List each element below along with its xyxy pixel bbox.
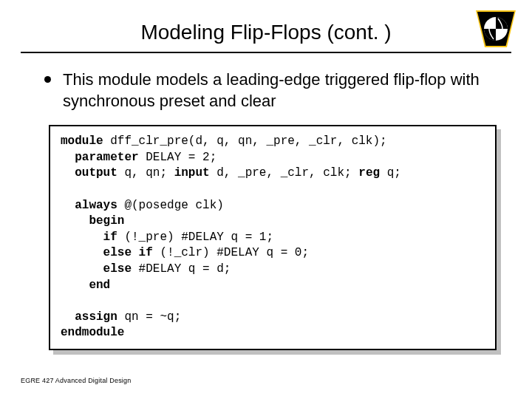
code-text: (!_clr) #DELAY q = 0; (153, 246, 309, 259)
kw-input: input (174, 166, 210, 180)
kw-else: else (61, 262, 132, 276)
code-text: dff_clr_pre(d, q, qn, _pre, _clr, clk); (103, 134, 387, 148)
code-text: DELAY = 2; (139, 151, 217, 164)
slide-body: This module models a leading-edge trigge… (21, 53, 511, 350)
code-text: (!_pre) #DELAY q = 1; (117, 231, 273, 244)
footer-text: EGRE 427 Advanced Digital Design (21, 377, 131, 384)
kw-assign: assign (61, 310, 117, 324)
kw-else-if: else if (61, 246, 153, 259)
code-text: @(posedge clk) (117, 199, 224, 212)
bullet-dot-icon (44, 76, 51, 83)
kw-end: end (61, 279, 110, 292)
kw-begin: begin (61, 214, 124, 228)
kw-reg: reg (358, 166, 380, 180)
slide: Modeling Flip-Flops (cont. ) This module… (0, 0, 532, 399)
bullet-item: This module models a leading-edge trigge… (44, 69, 498, 112)
slide-title: Modeling Flip-Flops (cont. ) (140, 21, 391, 44)
kw-output: output (61, 166, 117, 180)
bullet-text: This module models a leading-edge trigge… (63, 69, 498, 112)
code-text: q; (380, 166, 401, 180)
title-row: Modeling Flip-Flops (cont. ) (21, 12, 511, 53)
code-block: module dff_clr_pre(d, q, qn, _pre, _clr,… (49, 125, 497, 350)
code-text: qn = ~q; (117, 310, 181, 324)
kw-module: module (61, 134, 103, 148)
kw-endmodule: endmodule (61, 326, 124, 339)
vt-logo-icon (476, 10, 516, 47)
kw-if: if (61, 231, 117, 244)
code-text: q, qn; (117, 166, 174, 180)
code-text: #DELAY q = d; (132, 262, 231, 276)
kw-parameter: parameter (61, 151, 139, 164)
code-box: module dff_clr_pre(d, q, qn, _pre, _clr,… (49, 125, 497, 350)
code-text: d, _pre, _clr, clk; (210, 166, 359, 180)
kw-always: always (61, 199, 117, 212)
